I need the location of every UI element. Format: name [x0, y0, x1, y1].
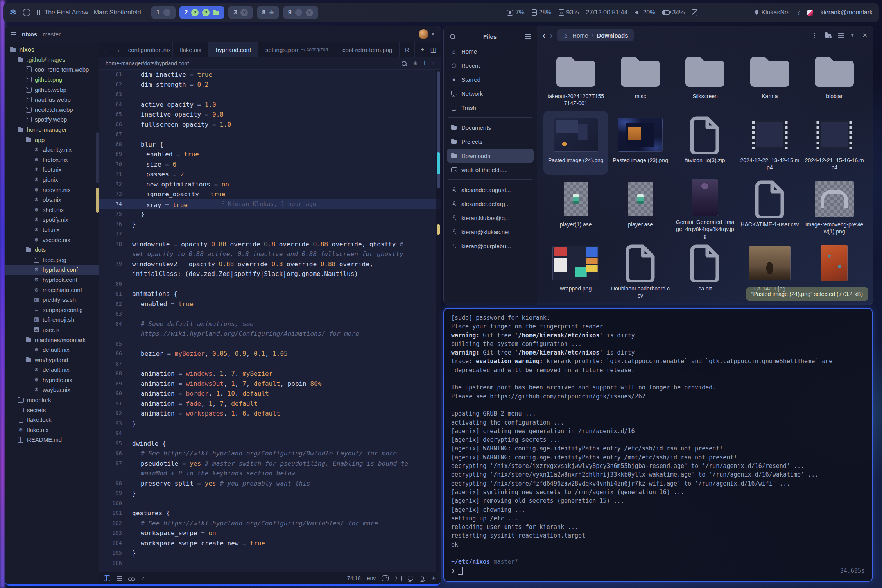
sidebar-item-alesander-august-[interactable]: alesander.august... [447, 183, 534, 197]
editor-scrollbar[interactable] [436, 70, 441, 572]
cursor-mode-icon[interactable]: I [424, 60, 425, 66]
project-name[interactable]: nixos [22, 31, 37, 38]
path-bar[interactable]: ⌂ Home / Downloads [557, 29, 633, 41]
tree-item-foot-nix[interactable]: ❄foot.nix [5, 165, 99, 175]
tray-icon[interactable] [807, 10, 813, 16]
tree-item-macchiato-conf[interactable]: ⚙macchiato.conf [5, 285, 99, 295]
folder-search-icon[interactable] [825, 33, 831, 38]
grid-item-karma[interactable]: Karma [737, 47, 802, 111]
tree-item-flake-lock[interactable]: flake.lock [5, 415, 99, 425]
network-module[interactable]: KlukasNet [754, 9, 790, 16]
wrap-icon[interactable]: ↕ [432, 60, 434, 66]
tree-item-sunpaperconfig[interactable]: ≡sunpaperconfig [5, 305, 99, 315]
tab-cool-retro-term-png[interactable]: cool-retro-term.png [335, 42, 400, 57]
workspace-1[interactable]: 1 [151, 6, 176, 19]
menu-icon[interactable] [11, 32, 16, 36]
tree-item-nixos[interactable]: nixos [5, 45, 99, 55]
tree-item-alacritty-nix[interactable]: ❄alacritty.nix [5, 145, 99, 155]
chevron-down-icon[interactable]: ▼ [431, 32, 435, 36]
grid-item-player-1-ase[interactable]: player(1).ase [543, 175, 608, 239]
workspace-8[interactable]: 8✳ [257, 6, 279, 19]
tab-configuration-nix[interactable]: configuration.nix [125, 42, 173, 57]
grid-item-2024-12-21-15-16-16-mp4[interactable]: 2024-12-21_15-16-16.mp4 [802, 111, 867, 175]
sidebar-item-kieran-klukas-g-[interactable]: kieran.klukas@g... [447, 211, 534, 225]
copilot-icon[interactable] [382, 575, 389, 581]
tree-item-git-nix[interactable]: ❄git.nix [5, 175, 99, 185]
tree-item-home-manager[interactable]: home-manager [5, 125, 99, 135]
tree-item-vscode-nix[interactable]: ❄vscode.nix [5, 235, 99, 245]
tree-item-cool-retro-term-webp[interactable]: cool-retro-term.webp [5, 65, 99, 75]
tab-flake-nix[interactable]: flake.nix [173, 42, 209, 57]
outline-icon[interactable] [117, 576, 122, 581]
sidebar-item-downloads[interactable]: Downloads [447, 149, 534, 163]
sidebar-item-home[interactable]: ⌂Home [447, 44, 534, 58]
sidebar-item-vault-of-the-eldu-[interactable]: vault of the eldu... [447, 163, 534, 177]
tab-hyprland-conf[interactable]: hyprland.conf [209, 42, 258, 57]
volume-module[interactable]: 20% [635, 9, 655, 16]
grid-item-pasted-image-23-png[interactable]: Pasted image (23).png [608, 111, 672, 175]
sidebar-item-starred[interactable]: ★Starred [447, 72, 534, 86]
tree-item-neovim-nix[interactable]: ❄neovim.nix [5, 185, 99, 195]
tree-item-flake-nix[interactable]: ❄flake.nix [5, 425, 99, 435]
path-current[interactable]: Downloads [597, 32, 628, 39]
grid-item-player-ase[interactable]: player.ase [608, 175, 672, 239]
back-icon[interactable]: ‹ [543, 31, 545, 40]
sidebar-item-kieran-klukas-net[interactable]: kieran@klukas.net [447, 225, 534, 239]
tree-item-github-png[interactable]: github.png [5, 75, 99, 85]
grid-item-gemini-generated-image-4rqv8k4rqv8k4rqv-jpg[interactable]: Gemini_Generated_Image_4rqv8k4rqv8k4rqv.… [673, 175, 737, 239]
tree-item-user-js[interactable]: JSuser.js [5, 325, 99, 335]
collab-icon[interactable] [128, 576, 134, 581]
grid-item-image-removebg-preview-1-png[interactable]: image-removebg-preview(1).png [802, 175, 867, 239]
tablet-mode-icon[interactable] [692, 9, 697, 16]
tree-item-prettify-ss-sh[interactable]: ›_prettify-ss.sh [5, 295, 99, 305]
workspace-2[interactable]: 2?? [179, 6, 225, 19]
tree-item-default-nix[interactable]: ❄default.nix [5, 365, 99, 375]
grid-item-takeout-20241207t155714z-001[interactable]: takeout-20241207T155714Z-001 [543, 47, 608, 111]
breadcrumb[interactable]: home-manager/dots/hyprland.conf [106, 60, 189, 66]
sidebar-item-documents[interactable]: Documents [447, 120, 534, 134]
assistant-icon[interactable] [408, 576, 413, 581]
cursor-position[interactable]: 74:18 [347, 575, 361, 581]
nav-back-icon[interactable]: ← [104, 47, 110, 53]
tree-item-default-nix[interactable]: ❄default.nix [5, 345, 99, 355]
grid-item-wrapped-png[interactable]: wrapped.png [543, 239, 608, 303]
tree-item-app[interactable]: app [5, 134, 99, 145]
grid-item-misc[interactable]: misc [608, 47, 672, 111]
grid-item-favicon-io-3-zip[interactable]: favicon_io(3).zip [673, 111, 737, 175]
media-module[interactable]: The Final Arrow - Marc Streitenfeld [37, 9, 141, 16]
sidebar-item-trash[interactable]: Trash [447, 100, 534, 115]
split-pane-icon[interactable]: ◫ [430, 46, 436, 54]
tree-item-waybar-nix[interactable]: ❄waybar.nix [5, 385, 99, 395]
terminal-window[interactable]: [sudo] password for kierank:Place your f… [443, 308, 873, 582]
new-tab-icon[interactable]: + [420, 46, 424, 53]
workspace-9[interactable]: 9? [283, 6, 318, 19]
tree-item-dots[interactable]: dots [5, 245, 99, 255]
forward-icon[interactable]: › [550, 31, 553, 40]
tree-item-secrets[interactable]: secrets [5, 405, 99, 415]
tree-item-hypridle-nix[interactable]: ❄hypridle.nix [5, 375, 99, 385]
grid-item-doubloonleaderboard-csv[interactable]: DoubloonLeaderboard.csv [608, 239, 672, 303]
files-menu-icon[interactable] [525, 34, 531, 39]
tree-item-tofi-emoji-sh[interactable]: ›_tofi-emoji.sh [5, 315, 99, 325]
tree-item-github-webp[interactable]: github.webp [5, 84, 99, 95]
avatar[interactable] [419, 29, 428, 39]
sidebar-item-network[interactable]: Network [447, 86, 534, 100]
grid-item-pasted-image-24-png[interactable]: Pasted image (24).png [543, 111, 608, 175]
close-icon[interactable]: ✕ [862, 32, 868, 39]
kebab-menu-icon[interactable]: ⋮ [812, 32, 818, 39]
view-toggle[interactable]: ▼ [838, 32, 855, 39]
bluetooth-icon[interactable]: ᛒ [797, 9, 800, 16]
tree-item-wm-hyprland[interactable]: wm/hyprland [5, 355, 99, 365]
nixos-logo-icon[interactable]: ❄ [9, 8, 16, 17]
grid-item-2024-12-22-13-42-15-mp4[interactable]: 2024-12-22_13-42-15.mp4 [737, 111, 802, 175]
inline-assist-icon[interactable]: ✳ [413, 60, 418, 66]
grid-item-silkscreen[interactable]: Silkscreen [673, 47, 737, 111]
tree-item-readme-md[interactable]: README.md [5, 435, 99, 445]
sidebar-item-recent[interactable]: ◷Recent [447, 58, 534, 72]
files-search-icon[interactable] [450, 34, 455, 39]
tree-item-spotify-nix[interactable]: ❄spotify.nix [5, 215, 99, 225]
env-label[interactable]: env [367, 575, 376, 581]
tree-item-hyprland-conf[interactable]: ⚙hyprland.conf [5, 265, 99, 275]
tree-item-machines-moonlark[interactable]: machines/moonlark [5, 335, 99, 345]
tree-item-spotify-webp[interactable]: spotify.webp [5, 115, 99, 125]
